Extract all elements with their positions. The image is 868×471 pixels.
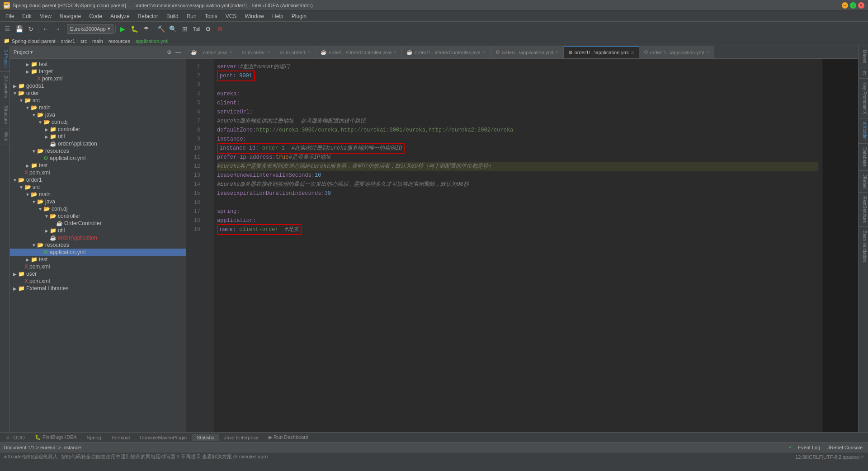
tab-close-1[interactable]: ✕	[267, 50, 270, 55]
tree-item-test[interactable]: ▶📁test	[10, 256, 186, 263]
build-button[interactable]: 🔨	[156, 24, 167, 34]
maven-tool-button[interactable]: Maven	[859, 46, 868, 67]
sidebar-collapse-button[interactable]: —	[174, 49, 182, 56]
editor-tab-2[interactable]: mm order1✕	[275, 46, 316, 58]
project-tool-button[interactable]: 1-Project	[0, 46, 9, 72]
settings-button[interactable]: ⚙	[203, 24, 214, 34]
menu-refactor[interactable]: Refactor	[134, 12, 162, 20]
tab-close-4[interactable]: ✕	[482, 50, 486, 55]
tree-arrow-icon[interactable]: ▶	[12, 286, 18, 291]
tree-item-test[interactable]: ▶📁test	[10, 61, 186, 68]
tree-item-external-libraries[interactable]: ▶📁External Libraries	[10, 285, 186, 292]
breadcrumb-item-src[interactable]: src	[80, 38, 87, 44]
tree-item-pom-xml[interactable]: Xpom.xml	[10, 263, 186, 270]
stop-button[interactable]: ⊘	[215, 24, 226, 34]
tree-item-orderapplication[interactable]: ☕orderApplication	[10, 140, 186, 147]
tree-item-util[interactable]: ▶📁util	[10, 227, 186, 234]
tree-item-controller[interactable]: ▶📁controller	[10, 126, 186, 133]
code-editor[interactable]: server: #配置tomcat的端口 port: 9001 eureka: …	[213, 59, 822, 432]
tree-item-resources[interactable]: ▼📂resources	[10, 147, 186, 155]
sync-button[interactable]: ↻	[25, 24, 36, 34]
tree-arrow-icon[interactable]: ▼	[31, 113, 37, 118]
tree-item-util[interactable]: ▶📁util	[10, 133, 186, 140]
close-button[interactable]: ✕	[858, 2, 864, 9]
bottom-status-crlf[interactable]: CRLF	[809, 454, 822, 460]
menu-navigate[interactable]: Navigate	[56, 12, 85, 20]
tree-arrow-icon[interactable]: ▶	[24, 257, 31, 262]
tree-arrow-icon[interactable]: ▶	[24, 69, 31, 74]
tree-item-src[interactable]: ▼📂src	[10, 97, 186, 104]
save-button[interactable]: 💾	[14, 24, 24, 34]
jrebel-button[interactable]: JRebel	[859, 171, 868, 193]
tree-arrow-icon[interactable]: ▼	[31, 243, 37, 248]
tree-item-com-dj[interactable]: ▼📂com.dj	[10, 118, 186, 126]
database-button[interactable]: Database	[859, 144, 868, 171]
tree-item-controller[interactable]: ▼📂controller	[10, 212, 186, 220]
menu-analyze[interactable]: Analyze	[107, 12, 133, 20]
breadcrumb-item-resources[interactable]: resources	[108, 38, 130, 44]
menu-window[interactable]: Window	[241, 12, 268, 20]
tree-item-goods1[interactable]: ▶📁goods1	[10, 82, 186, 89]
menu-plugin[interactable]: Plugin	[288, 12, 310, 20]
editor-tab-6[interactable]: ⚙order1\...\application.yml✕	[564, 46, 639, 58]
breadcrumb-item-project[interactable]: Spring-cloud-parent	[12, 38, 56, 44]
tree-arrow-icon[interactable]: ▼	[31, 199, 37, 204]
breadcrumb-item-order1[interactable]: order1	[61, 38, 75, 44]
menu-tools[interactable]: Tools	[201, 12, 221, 20]
debug-button[interactable]: 🐛	[129, 24, 140, 34]
editor-tab-7[interactable]: ⚙order1\...\application.yml✕	[639, 46, 715, 58]
bottom-tab-2[interactable]: Spring	[82, 434, 106, 441]
maximize-button[interactable]: □	[850, 2, 856, 9]
tab-close-2[interactable]: ✕	[307, 50, 311, 55]
project-view-button[interactable]: ☰	[2, 24, 13, 34]
menu-file[interactable]: File	[2, 12, 18, 20]
tree-item-target[interactable]: ▶📁target	[10, 68, 186, 75]
tree-arrow-icon[interactable]: ▼	[37, 207, 43, 212]
breadcrumb-item-appyml[interactable]: application.yml	[136, 38, 169, 44]
editor-tab-1[interactable]: mm order✕	[237, 46, 275, 58]
breadcrumb-item-main[interactable]: main	[92, 38, 103, 44]
bottom-tab-7[interactable]: ▶ Run Dashboard	[264, 433, 313, 441]
tree-item-order1[interactable]: ▼📂order1	[10, 176, 186, 184]
bottom-status-spaces[interactable]: 2 spaces	[839, 454, 859, 460]
forward-button[interactable]: →	[52, 24, 63, 34]
tree-arrow-icon[interactable]: ▶	[12, 272, 18, 277]
bottom-tab-1[interactable]: 🐛 FindBugs-IDEA	[30, 433, 81, 441]
tree-item-user[interactable]: ▶📁user	[10, 270, 186, 278]
editor-tab-4[interactable]: ☕order1\...\OrderController.java✕	[402, 46, 491, 58]
tree-arrow-icon[interactable]: ▶	[24, 163, 31, 168]
menu-view[interactable]: View	[36, 12, 55, 20]
tree-arrow-icon[interactable]: ▼	[12, 178, 18, 183]
menu-code[interactable]: Code	[85, 12, 106, 20]
aixcoder-button[interactable]: aiXcoder	[859, 118, 868, 144]
tab-close-0[interactable]: ✕	[229, 50, 232, 55]
terminal-button[interactable]: ⊞	[179, 24, 190, 34]
tail-button[interactable]: Tail	[191, 24, 202, 34]
tree-arrow-icon[interactable]: ▶	[12, 84, 18, 89]
jrebel-console-button[interactable]: JRebel Console	[826, 445, 864, 450]
menu-help[interactable]: Help	[269, 12, 287, 20]
editor-tab-0[interactable]: ☕...cation.java✕	[186, 46, 237, 58]
tree-item-pom-xml[interactable]: Xpom.xml	[10, 75, 186, 82]
tree-arrow-icon[interactable]: ▶	[43, 228, 50, 233]
tree-item-java[interactable]: ▼📂java	[10, 198, 186, 205]
bottom-tab-3[interactable]: Terminal	[107, 434, 135, 441]
back-button[interactable]: ←	[40, 24, 51, 34]
tree-arrow-icon[interactable]: ▼	[24, 105, 31, 110]
bottom-tab-4[interactable]: ConsoleMavenPlugin	[135, 434, 191, 441]
menu-vcs[interactable]: VCS	[222, 12, 241, 20]
tree-item-resources[interactable]: ▼📂resources	[10, 241, 186, 249]
tree-item-application-yml[interactable]: ⚙application.yml	[10, 155, 186, 162]
tree-arrow-icon[interactable]: ▼	[31, 149, 37, 154]
editor-tab-5[interactable]: ⚙order\...\application.yml✕	[491, 46, 564, 58]
search-everywhere-button[interactable]: 🔍	[168, 24, 179, 34]
coverage-button[interactable]: ☂	[141, 24, 152, 34]
tab-close-5[interactable]: ✕	[555, 50, 559, 55]
structure-tool-button[interactable]: Structure	[0, 102, 9, 128]
tree-item-order[interactable]: ▼📂order	[10, 89, 186, 97]
tab-close-3[interactable]: ✕	[393, 50, 397, 55]
tree-item-com-dj[interactable]: ▼📂com.dj	[10, 205, 186, 212]
tree-item-main[interactable]: ▼📂main	[10, 191, 186, 198]
tree-item-ordercontroller[interactable]: ☕OrderController	[10, 220, 186, 227]
tree-arrow-icon[interactable]: ▶	[43, 127, 50, 132]
